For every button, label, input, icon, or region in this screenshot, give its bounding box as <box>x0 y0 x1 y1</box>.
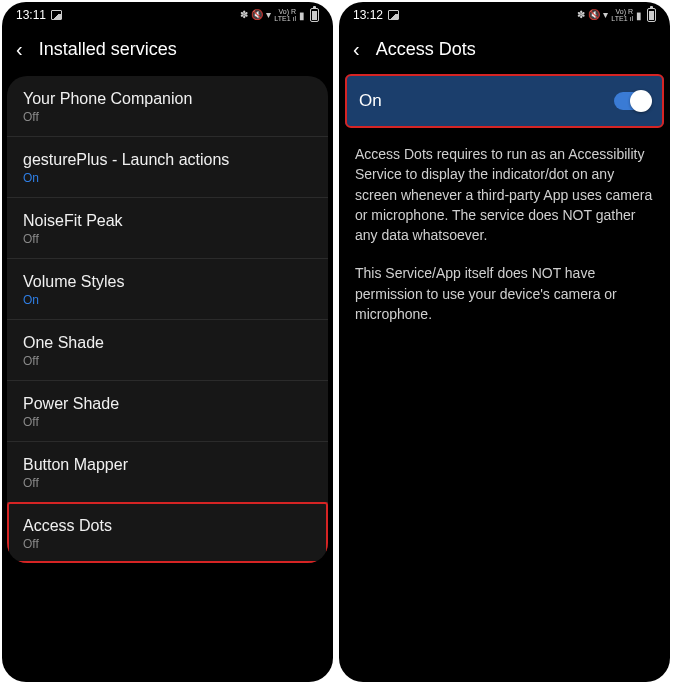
bluetooth-icon: ✽ <box>240 10 248 20</box>
service-name: NoiseFit Peak <box>23 212 312 230</box>
wifi-icon: ▾ <box>603 10 608 20</box>
page-title: Access Dots <box>376 39 476 60</box>
back-icon[interactable]: ‹ <box>16 38 23 61</box>
service-item[interactable]: Button MapperOff <box>7 442 328 503</box>
service-item[interactable]: Volume StylesOn <box>7 259 328 320</box>
battery-icon <box>647 8 656 22</box>
header: ‹ Installed services <box>2 28 333 70</box>
toggle-label: On <box>359 91 382 111</box>
service-status: On <box>23 171 312 185</box>
signal-icon: ▮ <box>636 10 642 21</box>
mute-icon: 🔇 <box>588 10 600 20</box>
service-name: gesturePlus - Launch actions <box>23 151 312 169</box>
page-title: Installed services <box>39 39 177 60</box>
description-paragraph: Access Dots requires to run as an Access… <box>355 144 654 245</box>
service-item[interactable]: NoiseFit PeakOff <box>7 198 328 259</box>
description-paragraph: This Service/App itself does NOT have pe… <box>355 263 654 324</box>
service-name: Access Dots <box>23 517 312 535</box>
service-status: Off <box>23 110 312 124</box>
service-name: Volume Styles <box>23 273 312 291</box>
phone-right: 13:12 ✽ 🔇 ▾ Vo) RLTE1 ıl ▮ ‹ Access Dots… <box>339 2 670 682</box>
signal-icon: ▮ <box>299 10 305 21</box>
services-list: Your Phone CompanionOffgesturePlus - Lau… <box>7 76 328 563</box>
service-status: Off <box>23 232 312 246</box>
service-item[interactable]: One ShadeOff <box>7 320 328 381</box>
clock: 13:12 <box>353 8 383 22</box>
service-item[interactable]: Power ShadeOff <box>7 381 328 442</box>
toggle-switch[interactable] <box>614 92 650 110</box>
service-item[interactable]: gesturePlus - Launch actionsOn <box>7 137 328 198</box>
service-name: One Shade <box>23 334 312 352</box>
service-description: Access Dots requires to run as an Access… <box>339 126 670 324</box>
header: ‹ Access Dots <box>339 28 670 70</box>
clock: 13:11 <box>16 8 46 22</box>
wifi-icon: ▾ <box>266 10 271 20</box>
battery-icon <box>310 8 319 22</box>
service-status: Off <box>23 476 312 490</box>
bluetooth-icon: ✽ <box>577 10 585 20</box>
back-icon[interactable]: ‹ <box>353 38 360 61</box>
service-toggle-row[interactable]: On <box>345 76 664 126</box>
screenshot-icon <box>388 10 399 20</box>
status-bar: 13:12 ✽ 🔇 ▾ Vo) RLTE1 ıl ▮ <box>339 2 670 28</box>
screenshot-icon <box>51 10 62 20</box>
network-label: Vo) RLTE1 ıl <box>611 8 633 22</box>
service-status: Off <box>23 537 312 551</box>
service-status: Off <box>23 415 312 429</box>
service-name: Power Shade <box>23 395 312 413</box>
service-name: Button Mapper <box>23 456 312 474</box>
network-label: Vo) RLTE1 ıl <box>274 8 296 22</box>
service-item[interactable]: Access DotsOff <box>7 503 328 563</box>
service-status: Off <box>23 354 312 368</box>
service-status: On <box>23 293 312 307</box>
phone-left: 13:11 ✽ 🔇 ▾ Vo) RLTE1 ıl ▮ ‹ Installed s… <box>2 2 333 682</box>
mute-icon: 🔇 <box>251 10 263 20</box>
service-item[interactable]: Your Phone CompanionOff <box>7 76 328 137</box>
service-name: Your Phone Companion <box>23 90 312 108</box>
status-bar: 13:11 ✽ 🔇 ▾ Vo) RLTE1 ıl ▮ <box>2 2 333 28</box>
